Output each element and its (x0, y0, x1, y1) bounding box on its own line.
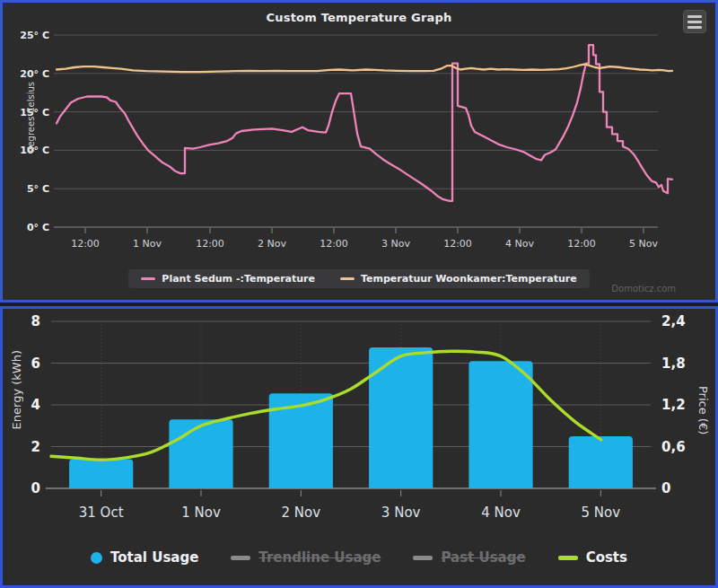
y-tick-label: 25° C (20, 30, 49, 41)
x-tick-label: 4 Nov (505, 238, 534, 250)
legend-box: Plant Sedum -:TemperatureTemperatuur Woo… (128, 269, 589, 288)
right-axis-tick: 2,4 (661, 314, 686, 329)
x-tick-label: 1 Nov (181, 505, 221, 521)
legend-label: Temperatuur Woonkamer:Temperature (361, 273, 577, 285)
temperature-chart: 0° C5° C10° C15° C20° C25° C12:001 Nov12… (3, 3, 715, 258)
energy-legend: Total UsageTrendline UsagePast UsageCost… (3, 549, 715, 566)
legend-label: Trendline Usage (258, 549, 381, 566)
legend-item-total-usage[interactable]: Total Usage (91, 549, 198, 566)
x-tick-label: 3 Nov (381, 238, 410, 250)
y-tick-label: 20° C (20, 68, 49, 80)
series-temperatuur-woonkamer-temperature[interactable] (57, 65, 672, 73)
legend-label: Plant Sedum -:Temperature (162, 273, 315, 285)
x-tick-label: 3 Nov (381, 505, 421, 521)
legend-marker (340, 277, 355, 280)
left-axis-tick: 2 (31, 439, 40, 455)
legend-item-temperatuur-woonkamer-temperature[interactable]: Temperatuur Woonkamer:Temperature (340, 273, 577, 285)
chart-context-menu-button[interactable] (683, 10, 706, 33)
legend-item-trendline-usage[interactable]: Trendline Usage (231, 549, 381, 566)
x-tick-label: 31 Oct (79, 505, 124, 521)
x-tick-label: 2 Nov (282, 505, 321, 521)
legend-label: Costs (586, 549, 627, 566)
bar-31-oct[interactable] (69, 459, 133, 488)
watermark: Domoticz.com (611, 284, 676, 294)
series-plant-sedum-temperature[interactable] (57, 45, 672, 201)
x-tick-label: 12:00 (196, 238, 224, 250)
left-axis-tick: 6 (31, 355, 40, 372)
legend-marker (558, 556, 578, 560)
x-tick-label: 12:00 (443, 238, 472, 250)
energy-axis-title: Energy (kWh) (10, 350, 23, 429)
legend-marker (91, 552, 102, 564)
legend-marker (231, 556, 250, 560)
x-tick-label: 5 Nov (582, 505, 621, 521)
bar-3-nov[interactable] (369, 347, 433, 488)
legend-item-costs[interactable]: Costs (558, 549, 627, 566)
left-axis-tick: 8 (31, 314, 40, 329)
right-axis-tick: 0 (661, 480, 670, 496)
x-tick-label: 12:00 (71, 238, 100, 250)
energy-chart: 0020,641,261,882,431 Oct1 Nov2 Nov3 Nov4… (3, 314, 715, 535)
hamburger-menu-icon (687, 15, 702, 18)
x-tick-label: 12:00 (567, 238, 596, 250)
left-axis-tick: 4 (31, 397, 40, 413)
x-tick-label: 4 Nov (481, 505, 521, 521)
x-tick-label: 2 Nov (258, 238, 286, 250)
legend-item-plant-sedum-temperature[interactable]: Plant Sedum -:Temperature (141, 273, 315, 285)
x-tick-label: 12:00 (320, 238, 348, 250)
legend-marker (141, 277, 155, 280)
domoticz-dashboard: 0° C5° C10° C15° C20° C25° C12:001 Nov12… (0, 0, 718, 588)
x-tick-label: 1 Nov (133, 238, 162, 250)
price-axis-title: Price (€) (696, 386, 710, 434)
temperature-legend: Plant Sedum -:TemperatureTemperatuur Woo… (3, 269, 715, 288)
right-axis-tick: 1,8 (661, 355, 686, 372)
bar-4-nov[interactable] (468, 361, 532, 488)
legend-item-past-usage[interactable]: Past Usage (413, 549, 525, 566)
bar-1-nov[interactable] (169, 419, 232, 488)
y-tick-label: 0° C (27, 222, 49, 233)
energy-usage-panel: 0020,641,261,882,431 Oct1 Nov2 Nov3 Nov4… (0, 306, 718, 588)
legend-label: Past Usage (441, 549, 525, 566)
legend-label: Total Usage (110, 549, 198, 566)
y-tick-label: 5° C (27, 183, 49, 195)
x-tick-label: 5 Nov (629, 238, 658, 250)
legend-marker (413, 556, 433, 560)
chart-title: Custom Temperature Graph (3, 11, 715, 24)
left-axis-tick: 0 (31, 480, 40, 496)
right-axis-tick: 0,6 (661, 439, 686, 455)
y-axis-title: degrees Celsius (26, 82, 36, 153)
temperature-graph-panel: 0° C5° C10° C15° C20° C25° C12:001 Nov12… (0, 0, 718, 303)
right-axis-tick: 1,2 (661, 397, 686, 413)
bar-5-nov[interactable] (569, 436, 633, 488)
